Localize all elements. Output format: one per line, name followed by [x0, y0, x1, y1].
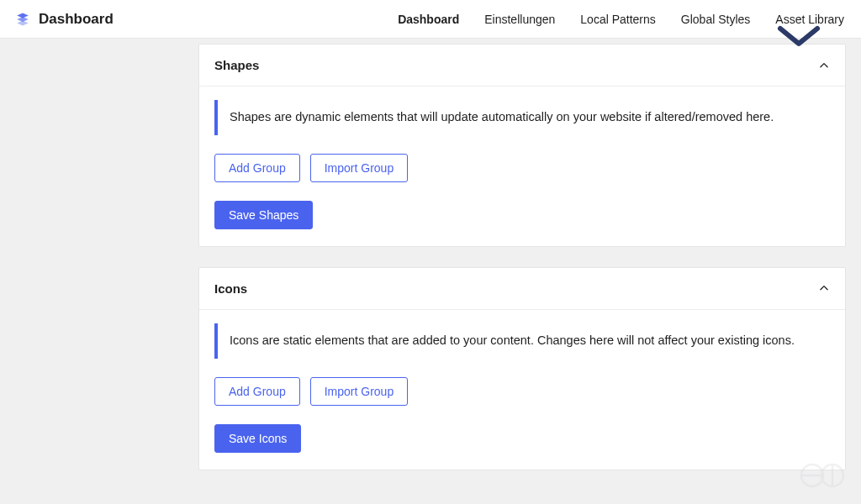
panel-icons-title: Icons: [214, 281, 247, 296]
icons-import-group-button[interactable]: Import Group: [310, 377, 408, 406]
panel-shapes-title: Shapes: [214, 58, 259, 72]
icons-add-group-button[interactable]: Add Group: [214, 377, 300, 406]
shapes-group-buttons: Add Group Import Group: [214, 154, 830, 182]
shapes-notice: Shapes are dynamic elements that will up…: [214, 100, 830, 135]
panel-icons: Icons Icons are static elements that are…: [198, 267, 846, 470]
brand: Dashboard: [15, 11, 114, 28]
save-shapes-button[interactable]: Save Shapes: [214, 201, 313, 229]
page-title: Dashboard: [39, 11, 114, 28]
nav-asset-library[interactable]: Asset Library: [775, 11, 844, 28]
panel-shapes: Shapes Shapes are dynamic elements that …: [198, 44, 846, 247]
chevron-up-icon: [818, 60, 830, 71]
shapes-import-group-button[interactable]: Import Group: [310, 154, 408, 182]
chevron-up-icon: [818, 282, 830, 294]
top-bar: Dashboard Dashboard Einstellungen Local …: [0, 0, 861, 39]
nav-local-patterns[interactable]: Local Patterns: [580, 11, 656, 28]
icons-group-buttons: Add Group Import Group: [214, 377, 830, 406]
watermark-icon: [795, 459, 849, 496]
save-icons-button[interactable]: Save Icons: [214, 424, 301, 453]
app-logo-icon: [15, 12, 30, 27]
nav-dashboard[interactable]: Dashboard: [398, 11, 459, 28]
content-area: Shapes Shapes are dynamic elements that …: [0, 39, 861, 504]
main-nav: Dashboard Einstellungen Local Patterns G…: [398, 11, 844, 28]
shapes-add-group-button[interactable]: Add Group: [214, 154, 300, 182]
icons-notice: Icons are static elements that are added…: [214, 323, 830, 359]
panel-icons-body: Icons are static elements that are added…: [199, 310, 845, 470]
nav-einstellungen[interactable]: Einstellungen: [484, 11, 555, 28]
panel-icons-header[interactable]: Icons: [199, 268, 845, 310]
nav-global-styles[interactable]: Global Styles: [681, 11, 750, 28]
panel-shapes-body: Shapes are dynamic elements that will up…: [199, 87, 845, 246]
panel-shapes-header[interactable]: Shapes: [199, 45, 845, 87]
